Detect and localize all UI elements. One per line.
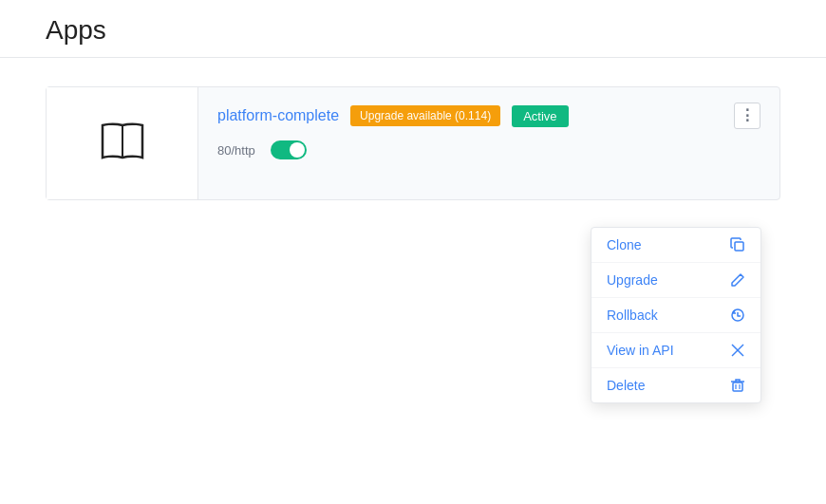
svg-rect-5 [733,383,742,391]
book-icon [99,120,146,168]
dropdown-menu: Clone Upgrade Rollback [591,227,761,403]
active-badge: Active [512,105,568,127]
api-icon [730,343,745,358]
dropdown-item-view-api[interactable]: View in API [591,333,760,368]
history-icon [730,308,745,323]
page-title: Apps [46,15,780,46]
app-icon-panel [47,87,198,199]
trash-icon [730,378,745,393]
app-detail-row: 80/http [217,140,760,159]
delete-label: Delete [607,378,645,393]
svg-rect-1 [735,242,743,251]
upgrade-badge: Upgrade available (0.114) [350,105,500,126]
app-header-row: platform-complete Upgrade available (0.1… [217,103,760,129]
app-name[interactable]: platform-complete [217,107,339,124]
copy-icon [730,237,745,252]
app-card: platform-complete Upgrade available (0.1… [46,86,780,200]
clone-label: Clone [607,237,642,252]
dropdown-item-clone[interactable]: Clone [591,228,760,263]
content-area: platform-complete Upgrade available (0.1… [0,58,826,229]
dropdown-item-upgrade[interactable]: Upgrade [591,263,760,298]
dropdown-item-delete[interactable]: Delete [591,368,760,402]
app-info-panel: platform-complete Upgrade available (0.1… [198,87,779,199]
edit-icon [730,272,745,288]
dropdown-item-rollback[interactable]: Rollback [591,298,760,333]
port-info: 80/http [217,143,255,158]
upgrade-label: Upgrade [607,272,658,288]
view-api-label: View in API [607,343,674,358]
rollback-label: Rollback [607,308,658,323]
page-header: Apps [0,0,826,58]
toggle-switch[interactable] [271,140,307,159]
more-options-button[interactable]: ⋮ [734,103,760,129]
